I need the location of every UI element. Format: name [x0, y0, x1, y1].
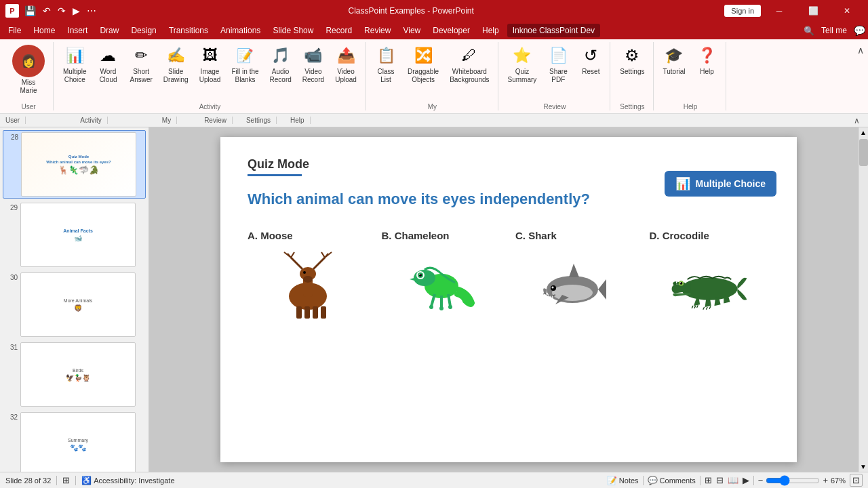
slide-info: Slide 28 of 32 — [5, 476, 51, 485]
crocodile-svg — [669, 252, 750, 313]
svg-rect-16 — [321, 306, 326, 319]
ribbon-short-answer[interactable]: ✏ ShortAnswer — [125, 42, 156, 87]
slide-thumb-30[interactable]: 30 More Animals 🦁 — [3, 271, 146, 338]
ribbon-draggable-objects[interactable]: 🔀 DraggableObjects — [403, 42, 443, 87]
draggable-objects-label: DraggableObjects — [408, 68, 439, 84]
thumb-title-31: Birds — [73, 368, 83, 373]
slide-canvas[interactable]: Quiz Mode 📊 Multiple Choice Which animal… — [220, 137, 797, 462]
ribbon-share-pdf[interactable]: 📄 SharePDF — [543, 42, 573, 87]
sign-in-button[interactable]: Sign in — [724, 5, 761, 17]
view-reading[interactable]: 📖 — [728, 475, 738, 485]
ribbon-image-upload[interactable]: 🖼 ImageUpload — [195, 42, 225, 87]
menu-help[interactable]: Help — [477, 24, 505, 37]
menu-inknoe[interactable]: Inknoe ClassPoint Dev — [507, 24, 600, 37]
scroll-up[interactable]: ▲ — [859, 127, 868, 138]
notes-label: Notes — [619, 476, 639, 485]
notes-btn[interactable]: 📝 Notes — [607, 476, 639, 485]
ribbon-user-group-label: User — [8, 102, 49, 110]
view-normal[interactable]: ⊞ — [705, 475, 712, 485]
menu-draw[interactable]: Draw — [94, 24, 124, 37]
quiz-summary-icon: ⭐ — [511, 45, 533, 66]
menu-review[interactable]: Review — [359, 24, 396, 37]
quick-save[interactable]: 💾 — [23, 5, 37, 16]
scroll-down[interactable]: ▼ — [859, 462, 868, 472]
statusbar: Slide 28 of 32 ⊞ ♿ Accessibility: Invest… — [0, 472, 868, 488]
ribbon-fill-blanks[interactable]: 📝 Fill in theBlanks — [228, 42, 263, 87]
menu-view[interactable]: View — [397, 24, 426, 37]
svg-point-4 — [303, 271, 306, 274]
restore-button[interactable]: ⬜ — [797, 0, 829, 22]
zoom-slider[interactable] — [766, 475, 820, 486]
user-name-label: MissMarie — [20, 79, 37, 95]
thumb-img-30: 🦁 — [74, 304, 82, 312]
ribbon-settings[interactable]: ⚙ Settings — [616, 42, 648, 79]
menu-design[interactable]: Design — [125, 24, 161, 37]
quick-redo[interactable]: ↷ — [56, 5, 67, 16]
view-normal-icon: ⊞ — [705, 475, 712, 485]
ribbon-user-avatar[interactable]: 👩 MissMarie — [8, 42, 49, 98]
close-button[interactable]: ✕ — [831, 0, 863, 22]
comments-btn[interactable]: 💬 Comments — [648, 476, 696, 485]
menu-home[interactable]: Home — [28, 24, 60, 37]
answer-d-image — [669, 245, 750, 320]
slide-thumb-31[interactable]: 31 Birds 🦅🦆🦉 — [3, 341, 146, 408]
menu-developer[interactable]: Developer — [427, 24, 475, 37]
menu-animations[interactable]: Animations — [215, 24, 266, 37]
ribbon-video-record[interactable]: 📹 VideoRecord — [298, 42, 328, 87]
menu-slideshow[interactable]: Slide Show — [267, 24, 319, 37]
status-right: 📝 Notes 💬 Comments ⊞ ⊟ 📖 ▶ − + 67% ⊡ — [607, 474, 863, 487]
ribbon-slide-drawing[interactable]: ✍ SlideDrawing — [159, 42, 193, 87]
quiz-summary-label: QuizSummary — [508, 68, 537, 84]
menu-tellme[interactable]: Tell me — [816, 24, 852, 37]
minimize-button[interactable]: ─ — [764, 0, 795, 22]
slide-layout-icon[interactable]: ⊞ — [62, 475, 70, 485]
audio-record-icon: 🎵 — [270, 45, 292, 66]
ribbon-class-list[interactable]: 📋 ClassList — [371, 42, 401, 87]
ribbon-help[interactable]: ❓ Help — [692, 42, 722, 79]
ribbon-collapse[interactable]: ∧ — [857, 42, 864, 110]
zoom-out-icon[interactable]: − — [758, 475, 764, 485]
ribbon-tutorial[interactable]: 🎓 Tutorial — [659, 42, 690, 79]
ribbon-audio-record[interactable]: 🎵 AudioRecord — [266, 42, 296, 87]
zoom-in-icon[interactable]: + — [823, 475, 828, 485]
ribbon-word-cloud[interactable]: ☁ WordCloud — [93, 42, 123, 87]
menu-insert[interactable]: Insert — [62, 24, 93, 37]
menu-record[interactable]: Record — [320, 24, 357, 37]
slide-preview-29: Animal Facts 🐋 — [20, 203, 136, 267]
quick-undo[interactable]: ↶ — [41, 5, 52, 16]
scroll-thumb[interactable] — [859, 139, 868, 166]
ribbon-video-upload[interactable]: 📤 VideoUpload — [331, 42, 361, 87]
quick-present[interactable]: ▶ — [71, 5, 81, 16]
slide-thumb-32[interactable]: 32 Summary 🐾🐾 — [3, 411, 146, 472]
slide-thumb-content-29: Animal Facts 🐋 — [21, 203, 135, 266]
view-slide-sorter[interactable]: ⊟ — [716, 475, 724, 485]
vertical-scrollbar[interactable]: ▲ ▼ — [858, 127, 868, 472]
status-sep-2 — [75, 476, 76, 485]
multiple-choice-badge[interactable]: 📊 Multiple Choice — [665, 171, 776, 197]
slide-thumb-29[interactable]: 29 Animal Facts 🐋 — [3, 201, 146, 268]
ribbon-collapse-button[interactable]: ∧ — [851, 116, 863, 125]
zoom-control[interactable]: − + 67% — [758, 475, 846, 486]
ribbon-whiteboard-bg[interactable]: 🖊 WhiteboardBackgrounds — [446, 42, 493, 87]
view-sorter-icon: ⊟ — [716, 475, 724, 485]
view-presenter[interactable]: ▶ — [743, 475, 749, 485]
slide-preview-30: More Animals 🦁 — [20, 272, 136, 337]
answer-c-name: Shark — [528, 230, 557, 241]
ribbon-review-items: ⭐ QuizSummary 📄 SharePDF ↺ Reset — [504, 42, 606, 102]
fit-slide-icon[interactable]: ⊡ — [850, 474, 863, 487]
status-sep-3 — [643, 476, 644, 485]
search-icon[interactable]: 🔍 — [804, 26, 814, 36]
multiple-choice-icon: 📊 — [64, 45, 85, 66]
ribbon-activity-group-label: Activity — [59, 102, 361, 110]
ribbon-quiz-summary[interactable]: ⭐ QuizSummary — [504, 42, 541, 87]
svg-line-12 — [321, 252, 325, 258]
menu-transitions[interactable]: Transitions — [163, 24, 214, 37]
ribbon-multiple-choice[interactable]: 📊 MultipleChoice — [59, 42, 90, 87]
comments-icon[interactable]: 💬 — [854, 25, 865, 36]
quick-more[interactable]: ⋯ — [85, 5, 98, 16]
slide-thumb-content-28: Quiz Mode Which animal can move its eyes… — [22, 133, 136, 196]
menu-file[interactable]: File — [3, 24, 26, 37]
answer-c: C. Shark — [515, 230, 636, 320]
slide-thumb-28[interactable]: 28 Quiz Mode Which animal can move its e… — [3, 130, 146, 199]
ribbon-reset[interactable]: ↺ Reset — [576, 42, 606, 79]
